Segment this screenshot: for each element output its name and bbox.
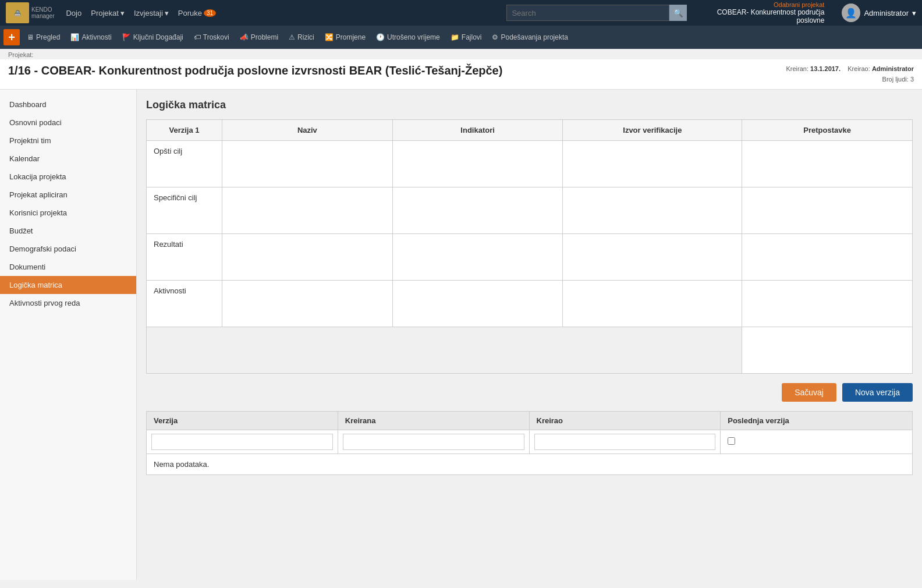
- triangle-icon: ⚠: [289, 33, 295, 41]
- versions-col-kreirana: Kreirana: [338, 412, 530, 430]
- breadcrumb: Projekat:: [0, 49, 922, 59]
- cell-specificinicilj-indikatori[interactable]: [392, 187, 563, 234]
- col-naziv: Naziv: [222, 120, 393, 141]
- table-row: Specifični cilj: [147, 187, 913, 234]
- cell-rezultati-naziv[interactable]: [222, 234, 393, 281]
- col-pretpostavke: Pretpostavke: [742, 120, 913, 141]
- search-input[interactable]: [506, 5, 669, 21]
- toolbar-problemi[interactable]: 📣 Problemi: [236, 31, 282, 44]
- cell-opsticilj-indikatori[interactable]: [392, 141, 563, 187]
- activity-icon: 📊: [70, 33, 79, 41]
- sidebar-item-logicka[interactable]: Logička matrica: [0, 276, 136, 294]
- filter-kreirana-input[interactable]: [343, 434, 524, 450]
- sidebar-item-dokumenti[interactable]: Dokumenti: [0, 258, 136, 276]
- table-row: Aktivnosti: [147, 281, 913, 327]
- sidebar-item-dashboard[interactable]: Dashboard: [0, 95, 136, 114]
- sidebar: Dashboard Osnovni podaci Projektni tim K…: [0, 90, 137, 580]
- filter-kreirao-input[interactable]: [534, 434, 716, 450]
- alert-icon: 📣: [240, 33, 249, 41]
- toolbar-podesavanja[interactable]: ⚙ Podešavanja projekta: [488, 31, 571, 44]
- toolbar-utroseno[interactable]: 🕐 Utrošeno vrijeme: [373, 31, 444, 44]
- cell-extra-pretpostavke[interactable]: [742, 327, 913, 374]
- cell-rezultati-pretpostavke[interactable]: [742, 234, 913, 281]
- cell-specificinicilj-naziv[interactable]: [222, 187, 393, 234]
- nav-poruke[interactable]: Poruke 31: [178, 9, 216, 17]
- toolbar-kljucni[interactable]: 🚩 Ključni Događaji: [119, 31, 187, 44]
- versions-filter-verzija: [147, 430, 338, 454]
- content-area: Logička matrica Verzija 1 Naziv Indikato…: [137, 90, 922, 580]
- admin-area[interactable]: 👤 Administrator ▾: [842, 3, 916, 22]
- sidebar-item-budzet[interactable]: Budžet: [0, 222, 136, 240]
- tag-icon: 🏷: [194, 33, 201, 41]
- cell-specificinicilj-pretpostavke[interactable]: [742, 187, 913, 234]
- versions-filter-kreirao: [530, 430, 721, 454]
- toolbar-troskovi[interactable]: 🏷 Troskovi: [190, 31, 233, 44]
- toolbar-aktivnosti[interactable]: 📊 Aktivnosti: [67, 31, 115, 44]
- table-row-extra: [147, 327, 913, 374]
- sidebar-item-apliciran[interactable]: Projekat apliciran: [0, 186, 136, 204]
- empty-label: [147, 327, 222, 374]
- row-label-specificinicilj: Specifični cilj: [147, 187, 222, 234]
- versions-box: Verzija Kreirana Kreirao Poslednja verzi…: [146, 411, 913, 475]
- logo-text: KENDO manager: [31, 6, 54, 19]
- shuffle-icon: 🔀: [325, 33, 334, 41]
- action-row: Sačuvaj Nova verzija: [146, 383, 913, 402]
- project-nav-info: Odabrani projekat COBEAR- Konkurentnost …: [708, 1, 824, 25]
- nova-verzija-button[interactable]: Nova verzija: [842, 383, 913, 402]
- sidebar-item-osnovni[interactable]: Osnovni podaci: [0, 114, 136, 132]
- cell-rezultati-indikatori[interactable]: [392, 234, 563, 281]
- matrix-table: Verzija 1 Naziv Indikatori Izvor verifik…: [146, 119, 913, 374]
- cell-aktivnosti-naziv[interactable]: [222, 281, 393, 327]
- versions-filter-kreirana: [338, 430, 530, 454]
- cell-aktivnosti-indikatori[interactable]: [392, 281, 563, 327]
- logo-icon: 🏯: [6, 2, 29, 23]
- filter-verzija-input[interactable]: [151, 434, 333, 450]
- col-indikatori: Indikatori: [392, 120, 563, 141]
- monitor-icon: 🖥: [27, 33, 34, 41]
- sidebar-item-aktivnosti[interactable]: Aktivnosti prvog reda: [0, 294, 136, 312]
- toolbar-fajlovi[interactable]: 📁 Fajlovi: [447, 31, 485, 44]
- cell-specificinicilj-izvor[interactable]: [563, 187, 742, 234]
- no-data-message: Nema podataka.: [147, 454, 912, 474]
- toolbar: + 🖥 Pregled 📊 Aktivnosti 🚩 Ključni Događ…: [0, 26, 922, 49]
- section-title: Logička matrica: [146, 99, 913, 111]
- cell-opsticilj-naziv[interactable]: [222, 141, 393, 187]
- page-meta: Kreiran: 13.1.2017. Kreirao: Administrat…: [786, 64, 914, 84]
- cell-rezultati-izvor[interactable]: [563, 234, 742, 281]
- sidebar-item-tim[interactable]: Projektni tim: [0, 132, 136, 150]
- versions-col-poslednja: Poslednja verzija: [721, 412, 912, 430]
- col-izvor: Izvor verifikacije: [563, 120, 742, 141]
- empty-cell2: [392, 327, 563, 374]
- add-button[interactable]: +: [3, 29, 20, 45]
- nav-izvjestaji[interactable]: Izvjestaji ▾: [134, 9, 169, 17]
- top-nav: 🏯 KENDO manager Dojo Projekat ▾ Izvjesta…: [0, 0, 922, 26]
- cell-opsticilj-pretpostavke[interactable]: [742, 141, 913, 187]
- sidebar-item-korisnici[interactable]: Korisnici projekta: [0, 204, 136, 222]
- flag-icon: 🚩: [122, 33, 131, 41]
- toolbar-promjene[interactable]: 🔀 Promjene: [321, 31, 369, 44]
- sidebar-item-demografski[interactable]: Demografski podaci: [0, 240, 136, 258]
- poruke-badge: 31: [204, 9, 216, 17]
- chevron-down-icon: ▾: [165, 9, 169, 17]
- table-row: Opšti cilj: [147, 141, 913, 187]
- cell-opsticilj-izvor[interactable]: [563, 141, 742, 187]
- cell-aktivnosti-pretpostavke[interactable]: [742, 281, 913, 327]
- chevron-down-icon: ▾: [120, 9, 125, 17]
- toolbar-pregled[interactable]: 🖥 Pregled: [23, 31, 63, 44]
- nav-items: Dojo Projekat ▾ Izvjestaji ▾ Poruke 31: [66, 9, 216, 17]
- table-row: Rezultati: [147, 234, 913, 281]
- col-version: Verzija 1: [147, 120, 222, 141]
- sidebar-item-lokacija[interactable]: Lokacija projekta: [0, 168, 136, 186]
- sidebar-item-kalendar[interactable]: Kalendar: [0, 150, 136, 168]
- versions-col-kreirao: Kreirao: [530, 412, 721, 430]
- cell-aktivnosti-izvor[interactable]: [563, 281, 742, 327]
- nav-projekat[interactable]: Projekat ▾: [91, 9, 125, 17]
- search-button[interactable]: 🔍: [669, 5, 687, 21]
- empty-cell3: [563, 327, 742, 374]
- filter-poslednja-checkbox[interactable]: [728, 437, 735, 445]
- search-area: 🔍: [506, 5, 687, 21]
- save-button[interactable]: Sačuvaj: [782, 383, 836, 402]
- nav-dojo[interactable]: Dojo: [66, 9, 81, 17]
- toolbar-rizici[interactable]: ⚠ Rizici: [285, 31, 318, 44]
- logo[interactable]: 🏯 KENDO manager: [6, 2, 54, 23]
